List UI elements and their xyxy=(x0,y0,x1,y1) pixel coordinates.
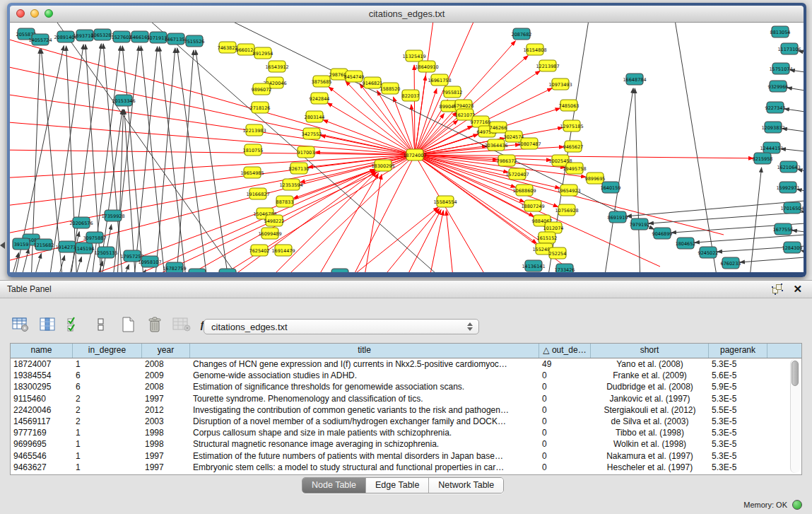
graph-node[interactable]: 16210643 xyxy=(777,161,800,173)
graph-node[interactable]: 7979192 xyxy=(630,218,650,230)
graph-node[interactable]: 19654923 xyxy=(557,185,580,196)
graph-node[interactable]: 16154808 xyxy=(523,44,546,55)
graph-node[interactable]: 9227343 xyxy=(765,102,786,113)
graph-node[interactable]: 11325419 xyxy=(402,50,425,62)
graph-node[interactable]: 1677556 xyxy=(773,223,794,235)
graph-node[interactable]: 7515526 xyxy=(184,35,205,47)
table-row[interactable]: 969969511998Structural magnetic resonanc… xyxy=(11,438,801,450)
graph-node[interactable]: 9329966 xyxy=(768,81,789,92)
column-header-short[interactable]: short xyxy=(591,344,709,358)
graph-edge[interactable] xyxy=(415,155,565,168)
table-row[interactable]: 946554611997Estimation of the future num… xyxy=(11,450,801,462)
graph-node[interactable]: 12353594 xyxy=(279,179,302,190)
graph-node[interactable]: 252254 xyxy=(549,247,567,259)
graph-edge[interactable] xyxy=(73,257,81,272)
table-row[interactable]: 1938455462009Genome-wide association stu… xyxy=(11,370,801,381)
select-columns-icon[interactable] xyxy=(65,315,83,334)
graph-edge[interactable] xyxy=(349,155,415,272)
column-header-out_de[interactable]: △ out_de… xyxy=(539,344,591,358)
graph-node[interactable]: 746266 xyxy=(490,122,507,133)
graph-node[interactable]: 7955812 xyxy=(442,86,463,98)
show-columns-icon[interactable] xyxy=(38,315,57,334)
graph-edge[interactable] xyxy=(415,23,434,155)
graph-edge[interactable] xyxy=(749,168,762,272)
graph-node[interactable]: 16961758 xyxy=(428,74,451,86)
column-header-title[interactable]: title xyxy=(190,344,539,358)
graph-node[interactable]: 17016504 xyxy=(780,202,804,214)
graph-edge[interactable] xyxy=(740,257,804,262)
table-row[interactable]: 946362711997Embryonic stem cells: a mode… xyxy=(11,462,801,473)
graph-node[interactable]: 15720407 xyxy=(505,168,529,180)
graph-edge[interactable] xyxy=(122,46,144,272)
graph-node[interactable]: 9245022 xyxy=(698,247,719,258)
graph-node[interactable]: 9242844 xyxy=(310,93,330,104)
graph-node[interactable]: 887833 xyxy=(276,196,294,207)
graph-edge[interactable] xyxy=(20,249,29,272)
graph-node[interactable]: 8215958 xyxy=(753,153,773,164)
graph-node[interactable]: 1733426 xyxy=(555,264,575,272)
graph-edge[interactable] xyxy=(674,23,718,272)
graph-node[interactable]: 1810755 xyxy=(243,144,264,156)
graph-edge[interactable] xyxy=(787,88,804,90)
graph-node[interactable]: 20206576 xyxy=(69,217,93,228)
graph-node[interactable]: 39159 xyxy=(13,238,30,250)
graph-node[interactable]: 10756928 xyxy=(555,204,578,216)
network-window-titlebar[interactable]: citations_edges.txt xyxy=(10,6,804,23)
graph-node[interactable]: 15584554 xyxy=(433,196,457,207)
graph-node[interactable]: 1588520 xyxy=(380,83,401,94)
graph-node[interactable]: 5498222 xyxy=(264,215,285,226)
close-window-button[interactable] xyxy=(16,9,25,18)
graph-edge[interactable] xyxy=(635,88,640,272)
graph-edge[interactable] xyxy=(33,253,41,272)
graph-node[interactable]: 18724007 xyxy=(403,149,426,160)
graph-node[interactable]: 12975185 xyxy=(560,120,583,132)
graph-node[interactable]: 16543912 xyxy=(265,61,288,72)
delete-column-icon[interactable] xyxy=(146,315,164,334)
zoom-window-button[interactable] xyxy=(45,9,53,18)
graph-node[interactable]: 14055724 xyxy=(28,34,52,45)
graph-node[interactable]: 1215682 xyxy=(34,239,54,250)
graph-edge[interactable] xyxy=(784,109,804,112)
graph-node[interactable]: 18300295 xyxy=(371,160,394,171)
table-row[interactable]: 2242004622012Investigating the contribut… xyxy=(11,404,801,416)
delete-table-icon[interactable] xyxy=(172,315,191,334)
graph-edge[interactable] xyxy=(95,261,103,272)
minimize-window-button[interactable] xyxy=(30,9,39,18)
tab-edge-table[interactable]: Edge Table xyxy=(366,478,429,493)
graph-edge[interactable] xyxy=(208,155,415,272)
graph-node[interactable]: 10958107 xyxy=(138,256,161,267)
graph-node[interactable]: 16914479 xyxy=(271,245,295,256)
graph-node[interactable]: 1804652 xyxy=(676,238,696,249)
graph-node[interactable]: 12505135 xyxy=(94,247,117,258)
graph-edge[interactable] xyxy=(792,230,804,232)
table-row[interactable]: 1830029562008Estimation of significance … xyxy=(11,381,801,392)
graph-edge[interactable] xyxy=(414,65,415,155)
graph-node[interactable]: 12923468 xyxy=(185,269,208,272)
graph-node[interactable]: 8454749 xyxy=(344,71,365,82)
graph-edge[interactable] xyxy=(134,47,158,272)
table-selector-combobox[interactable]: citations_edges.txt xyxy=(204,319,479,334)
graph-node[interactable]: 16099489 xyxy=(258,228,281,239)
graph-edge[interactable] xyxy=(314,173,378,272)
graph-node[interactable]: 1640159 xyxy=(601,182,621,193)
graph-node[interactable]: 1145194 xyxy=(74,243,95,254)
network-view-window[interactable]: citations_edges.txt 20558721405572420891… xyxy=(7,3,806,277)
graph-edge[interactable] xyxy=(176,50,194,272)
tab-node-table[interactable]: Node Table xyxy=(302,478,366,493)
table-row[interactable]: 1872400712008Changes of HCN gene express… xyxy=(11,358,801,370)
graph-edge[interactable] xyxy=(139,270,146,272)
graph-node[interactable]: 19495758 xyxy=(563,163,586,174)
graph-node[interactable]: 9896072 xyxy=(252,83,272,95)
graph-node[interactable]: 10973493 xyxy=(548,78,572,90)
graph-edge[interactable] xyxy=(159,47,187,272)
graph-node[interactable]: 12213983 xyxy=(242,124,266,136)
graph-edge[interactable] xyxy=(196,50,229,272)
column-header-name[interactable]: name xyxy=(11,344,73,358)
graph-node[interactable]: 16782759 xyxy=(163,262,186,272)
graph-node[interactable]: 16648784 xyxy=(623,74,646,85)
graph-node[interactable]: 15751074 xyxy=(769,63,792,74)
graph-node[interactable]: 6760233 xyxy=(721,257,741,269)
float-window-icon[interactable] xyxy=(772,284,783,295)
tab-network-table[interactable]: Network Table xyxy=(429,478,503,493)
graph-edge[interactable] xyxy=(141,46,165,272)
